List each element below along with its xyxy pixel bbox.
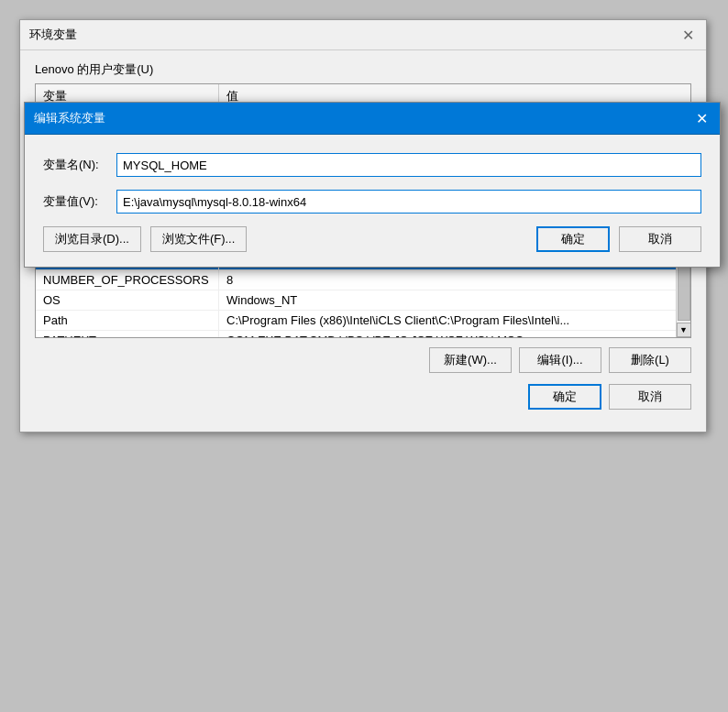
main-bottom-buttons: 确定 取消 (35, 384, 691, 421)
edit-title-bar: 编辑系统变量 ✕ (25, 103, 720, 135)
browse-file-button[interactable]: 浏览文件(F)... (150, 226, 247, 252)
new-sys-var-button[interactable]: 新建(W)... (429, 347, 512, 373)
edit-close-button[interactable]: ✕ (692, 109, 711, 127)
sys-var-val: COM;EXE;BAT;CMD;VBS;VBE;JS;JSE;WSF;WSH;M… (219, 331, 641, 338)
sys-var-name: Path (36, 311, 219, 330)
main-title-bar: 环境变量 ✕ (20, 20, 706, 50)
var-name-input[interactable] (116, 153, 701, 177)
var-value-label: 变量值(V): (43, 193, 116, 210)
table-row[interactable]: NUMBER_OF_PROCESSORS 8 (36, 270, 676, 290)
edit-sys-var-dialog: 编辑系统变量 ✕ 变量名(N): 变量值(V): 浏览目录(D)... 浏览文件… (24, 102, 721, 268)
edit-dialog-body: 变量名(N): 变量值(V): 浏览目录(D)... 浏览文件(F)... 确定… (25, 135, 720, 267)
sys-var-val: C:\Program Files (x86)\Intel\iCLS Client… (219, 311, 641, 330)
sys-var-name: OS (36, 290, 219, 310)
sys-action-buttons: 新建(W)... 编辑(I)... 删除(L) (35, 347, 691, 373)
edit-action-buttons: 浏览目录(D)... 浏览文件(F)... 确定 取消 (43, 226, 701, 252)
user-section-label: Lenovo 的用户变量(U) (35, 61, 691, 78)
scroll-down-arrow[interactable]: ▼ (677, 323, 691, 337)
table-row[interactable]: PATHEXT COM;EXE;BAT;CMD;VBS;VBE;JS;JSE;W… (36, 331, 676, 338)
main-close-button[interactable]: ✕ (678, 26, 697, 44)
main-ok-button[interactable]: 确定 (528, 384, 601, 410)
sys-var-name: NUMBER_OF_PROCESSORS (36, 270, 219, 290)
sys-var-name: PATHEXT (36, 331, 219, 338)
table-row[interactable]: Path C:\Program Files (x86)\Intel\iCLS C… (36, 311, 676, 331)
sys-var-val: 8 (219, 270, 676, 290)
var-value-input[interactable] (116, 190, 701, 214)
delete-sys-var-button[interactable]: 删除(L) (609, 347, 691, 373)
main-cancel-button[interactable]: 取消 (609, 384, 691, 410)
table-row[interactable]: OS Windows_NT (36, 290, 676, 311)
edit-ok-button[interactable]: 确定 (536, 226, 610, 252)
edit-cancel-button[interactable]: 取消 (619, 226, 701, 252)
main-dialog-title: 环境变量 (29, 27, 77, 43)
browse-dir-button[interactable]: 浏览目录(D)... (43, 226, 141, 252)
edit-dialog-title: 编辑系统变量 (34, 110, 105, 126)
edit-sys-var-button[interactable]: 编辑(I)... (519, 347, 601, 373)
var-name-row: 变量名(N): (43, 153, 701, 177)
var-value-row: 变量值(V): (43, 190, 701, 214)
var-name-label: 变量名(N): (43, 157, 116, 173)
sys-var-val: Windows_NT (219, 290, 676, 310)
